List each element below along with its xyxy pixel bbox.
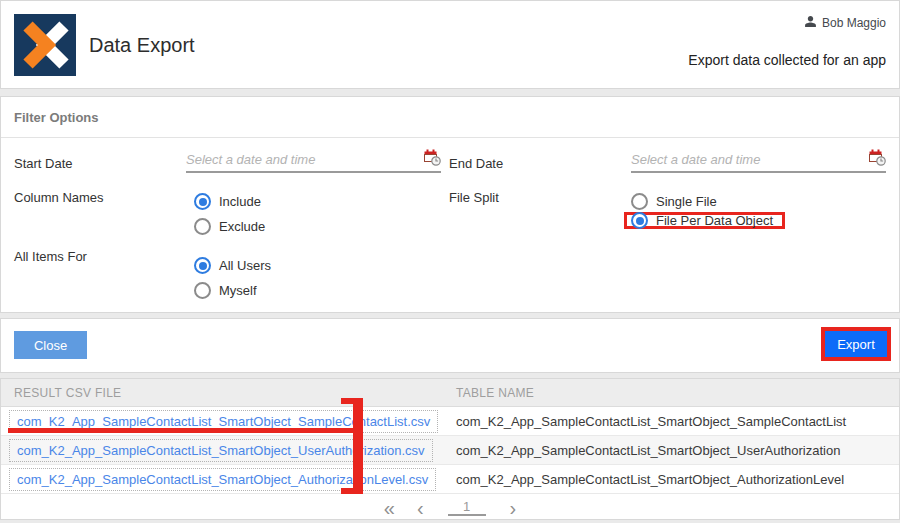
start-date-label: Start Date — [14, 156, 73, 171]
column-header-table-name: TABLE NAME — [448, 386, 899, 400]
filter-options-card: Filter Options Start Date End Date — [0, 96, 900, 313]
table-name-cell: com_K2_App_SampleContactList_SmartObject… — [448, 443, 899, 458]
table-name-cell: com_K2_App_SampleContactList_SmartObject… — [448, 472, 899, 487]
table-header-row: RESULT CSV FILE TABLE NAME — [1, 379, 899, 407]
table-row: com_K2_App_SampleContactList_SmartObject… — [1, 407, 899, 436]
header-subtitle: Export data collected for an app — [688, 52, 886, 68]
radio-include[interactable]: Include — [194, 193, 265, 210]
radio-myself-circle[interactable] — [194, 282, 211, 299]
user-name: Bob Maggio — [822, 16, 886, 30]
radio-all-users-circle[interactable] — [194, 257, 211, 274]
all-items-for-radio-group: All Users Myself — [194, 257, 271, 299]
page-title: Data Export — [89, 34, 195, 57]
column-names-label: Column Names — [14, 190, 104, 205]
radio-all-users[interactable]: All Users — [194, 257, 271, 274]
export-button-highlight: Export — [821, 327, 891, 361]
pagination: « ‹ › — [1, 494, 899, 521]
app-logo-icon — [14, 14, 76, 76]
file-split-label: File Split — [449, 190, 499, 205]
start-date-picker-icon[interactable] — [424, 149, 441, 170]
radio-file-per-data-object-circle[interactable] — [631, 212, 648, 229]
header-card: Data Export Bob Maggio Export data colle… — [0, 0, 900, 89]
column-header-result-csv-file: RESULT CSV FILE — [1, 386, 448, 400]
filter-section-header: Filter Options — [1, 97, 899, 138]
end-date-label: End Date — [449, 156, 503, 171]
radio-single-file-circle[interactable] — [631, 193, 648, 210]
export-button[interactable]: Export — [825, 331, 887, 357]
user-icon — [804, 15, 817, 31]
radio-myself[interactable]: Myself — [194, 282, 271, 299]
csv-file-link[interactable]: com_K2_App_SampleContactList_SmartObject… — [9, 439, 433, 462]
radio-exclude-circle[interactable] — [194, 218, 211, 235]
all-items-for-label: All Items For — [14, 249, 87, 264]
table-row: com_K2_App_SampleContactList_SmartObject… — [1, 465, 899, 494]
filter-section-title: Filter Options — [14, 110, 99, 125]
radio-file-per-data-object[interactable]: File Per Data Object — [624, 212, 785, 229]
radio-exclude[interactable]: Exclude — [194, 218, 265, 235]
csv-file-link[interactable]: com_K2_App_SampleContactList_SmartObject… — [9, 468, 436, 491]
first-page-button[interactable]: « — [384, 498, 393, 518]
page-number-input[interactable] — [448, 499, 486, 516]
table-row: com_K2_App_SampleContactList_SmartObject… — [1, 436, 899, 465]
previous-page-button[interactable]: ‹ — [417, 498, 424, 518]
file-split-radio-group: Single File File Per Data Object — [631, 193, 785, 223]
start-date-input[interactable] — [186, 152, 420, 167]
radio-single-file[interactable]: Single File — [631, 193, 785, 210]
start-date-field — [186, 147, 441, 173]
close-button[interactable]: Close — [14, 331, 87, 359]
csv-file-link[interactable]: com_K2_App_SampleContactList_SmartObject… — [9, 410, 438, 433]
end-date-picker-icon[interactable] — [869, 149, 886, 170]
actions-bar: Close Export — [0, 318, 900, 373]
user-menu[interactable]: Bob Maggio — [804, 15, 886, 31]
radio-include-circle[interactable] — [194, 193, 211, 210]
end-date-field — [631, 147, 886, 173]
next-page-button[interactable]: › — [510, 498, 517, 518]
results-table: RESULT CSV FILE TABLE NAME com_K2_App_Sa… — [0, 378, 900, 520]
table-name-cell: com_K2_App_SampleContactList_SmartObject… — [448, 414, 899, 429]
column-names-radio-group: Include Exclude — [194, 193, 265, 235]
end-date-input[interactable] — [631, 152, 865, 167]
